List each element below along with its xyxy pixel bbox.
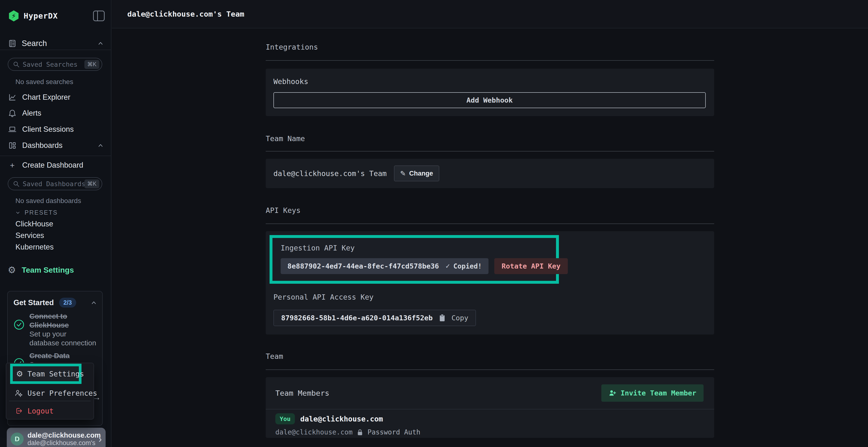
search-icon bbox=[12, 180, 20, 187]
menu-item-logout[interactable]: Logout bbox=[14, 405, 54, 417]
sidebar-item-dashboards[interactable]: Dashboards bbox=[8, 139, 104, 152]
dashboard-grid-icon bbox=[8, 141, 17, 150]
laptop-icon bbox=[8, 125, 17, 134]
create-dashboard-button[interactable]: + Create Dashboard bbox=[8, 159, 104, 172]
chevron-up-icon[interactable] bbox=[97, 142, 104, 149]
create-dashboard-label: Create Dashboard bbox=[22, 161, 83, 170]
invite-team-member-button[interactable]: Invite Team Member bbox=[601, 384, 704, 402]
collapse-sidebar-icon[interactable] bbox=[93, 10, 105, 21]
bolt-icon: ⚡ bbox=[11, 12, 16, 20]
add-webhook-button[interactable]: Add Webhook bbox=[273, 92, 706, 108]
saved-searches-field[interactable] bbox=[23, 61, 84, 68]
ingestion-key-label: Ingestion API Key bbox=[281, 244, 355, 252]
get-started-header[interactable]: Get Started 2/3 bbox=[13, 298, 97, 308]
sidebar-item-team-settings[interactable]: ⚙ Team Settings bbox=[8, 265, 74, 275]
member-meta-row: dale@clickhouse.com Password Auth bbox=[275, 428, 420, 436]
ingestion-key-row: 8e887902-4ed7-44ea-8fec-f47cd578be36 ✓ C… bbox=[281, 258, 568, 274]
member-row: You dale@clickhouse.com bbox=[275, 413, 383, 424]
get-started-title: Get Started bbox=[13, 299, 54, 307]
personal-key-chip[interactable]: 87982668-58b1-4d6e-a620-014a136f52eb Cop… bbox=[273, 310, 476, 326]
preset-kubernetes[interactable]: Kubernetes bbox=[16, 243, 54, 251]
menu-item-user-preferences[interactable]: User Preferences bbox=[14, 387, 97, 399]
invite-label: Invite Team Member bbox=[621, 389, 696, 397]
user-plus-icon bbox=[609, 389, 616, 397]
section-divider bbox=[266, 151, 714, 151]
sidebar-section-search[interactable]: Search bbox=[8, 38, 104, 49]
copy-label: Copy bbox=[452, 314, 468, 322]
chart-icon bbox=[8, 93, 17, 102]
team-section-title: Team bbox=[266, 352, 283, 360]
presets-label: PRESETS bbox=[25, 209, 58, 216]
card-divider bbox=[266, 409, 714, 409]
presets-toggle[interactable]: PRESETS bbox=[15, 209, 58, 216]
gear-icon: ⚙ bbox=[16, 370, 23, 378]
user-name: dale@clickhouse.com bbox=[28, 431, 99, 439]
check-circle-icon bbox=[14, 319, 24, 330]
logout-icon bbox=[14, 407, 23, 415]
shortcut-badge: ⌘K bbox=[84, 60, 99, 69]
personal-key-label: Personal API Access Key bbox=[273, 293, 373, 301]
you-badge: You bbox=[275, 413, 295, 424]
nav-label: Chart Explorer bbox=[22, 93, 70, 102]
section-divider bbox=[266, 224, 714, 224]
integrations-section-title: Integrations bbox=[266, 43, 318, 51]
chevron-down-icon bbox=[15, 210, 21, 215]
user-account-button[interactable]: D dale@clickhouse.com dale@clickhouse.co… bbox=[7, 428, 105, 447]
ingestion-key-chip[interactable]: 8e887902-4ed7-44ea-8fec-f47cd578be36 ✓ C… bbox=[281, 258, 489, 274]
change-team-name-button[interactable]: ✎ Change bbox=[394, 166, 439, 181]
copied-label: Copied! bbox=[453, 262, 482, 270]
webhooks-title: Webhooks bbox=[273, 77, 308, 86]
page-header: dale@clickhouse.com's Team bbox=[112, 0, 868, 28]
get-started-item-1[interactable]: Connect to ClickHouse Set up your databa… bbox=[29, 312, 97, 347]
api-keys-section-title: API Keys bbox=[266, 206, 301, 215]
chevron-right-icon: › bbox=[99, 434, 102, 445]
sidebar-item-client-sessions[interactable]: Client Sessions bbox=[8, 123, 104, 136]
saved-dashboards-field[interactable] bbox=[23, 180, 84, 187]
auth-method-label: Password Auth bbox=[368, 428, 420, 436]
section-divider bbox=[266, 60, 714, 61]
page-title: dale@clickhouse.com's Team bbox=[127, 10, 244, 18]
reader-icon bbox=[8, 39, 17, 48]
preset-services[interactable]: Services bbox=[16, 231, 44, 240]
shortcut-badge: ⌘K bbox=[84, 179, 99, 188]
hyperdx-logo-icon: ⚡ bbox=[8, 10, 19, 22]
sidebar-divider bbox=[0, 156, 111, 156]
sidebar-divider bbox=[0, 49, 111, 50]
sidebar-item-chart-explorer[interactable]: Chart Explorer bbox=[8, 91, 104, 104]
search-section-label: Search bbox=[22, 39, 47, 48]
personal-key-value: 87982668-58b1-4d6e-a620-014a136f52eb bbox=[281, 314, 433, 322]
chevron-up-icon[interactable] bbox=[90, 299, 97, 306]
no-saved-dashboards-text: No saved dashboards bbox=[16, 197, 81, 205]
nav-label: Client Sessions bbox=[22, 125, 74, 134]
change-label: Change bbox=[409, 170, 433, 177]
menu-item-team-settings[interactable]: ⚙ Team Settings bbox=[10, 364, 82, 384]
nav-label: Alerts bbox=[22, 109, 41, 117]
preset-clickhouse[interactable]: ClickHouse bbox=[16, 220, 53, 228]
team-name-row: dale@clickhouse.com's Team ✎ Change bbox=[266, 159, 714, 188]
user-texts: dale@clickhouse.com dale@clickhouse.com'… bbox=[28, 431, 99, 447]
avatar: D bbox=[10, 433, 24, 446]
nav-label: Dashboards bbox=[22, 141, 62, 150]
api-keys-card: Ingestion API Key 8e887902-4ed7-44ea-8fe… bbox=[266, 231, 714, 335]
task-title: Connect to ClickHouse bbox=[29, 312, 97, 330]
saved-dashboards-input[interactable]: ⌘K bbox=[8, 177, 102, 190]
bell-icon bbox=[8, 109, 17, 118]
member-name: dale@clickhouse.com bbox=[300, 415, 383, 423]
saved-searches-input[interactable]: ⌘K bbox=[8, 58, 102, 71]
brand-name: HyperDX bbox=[24, 11, 58, 21]
menu-label: User Preferences bbox=[28, 389, 97, 398]
user-gear-icon bbox=[14, 389, 23, 397]
lock-icon bbox=[357, 429, 363, 436]
webhooks-card: Webhooks Add Webhook bbox=[266, 69, 714, 116]
progress-badge: 2/3 bbox=[59, 298, 76, 308]
chevron-up-icon[interactable] bbox=[97, 40, 104, 47]
ingestion-key-highlight-box: Ingestion API Key 8e887902-4ed7-44ea-8fe… bbox=[270, 235, 559, 284]
rotate-api-key-button[interactable]: Rotate API Key bbox=[494, 258, 567, 274]
team-name-value: dale@clickhouse.com's Team bbox=[273, 169, 387, 178]
team-members-card: Team Members Invite Team Member You dale… bbox=[266, 377, 714, 438]
task-subtitle: Set up your database connection bbox=[29, 330, 97, 347]
sidebar-item-alerts[interactable]: Alerts bbox=[8, 106, 104, 120]
rotate-label: Rotate API Key bbox=[501, 262, 560, 270]
user-team-name: dale@clickhouse.com's bbox=[28, 439, 99, 447]
member-email: dale@clickhouse.com bbox=[275, 428, 352, 436]
